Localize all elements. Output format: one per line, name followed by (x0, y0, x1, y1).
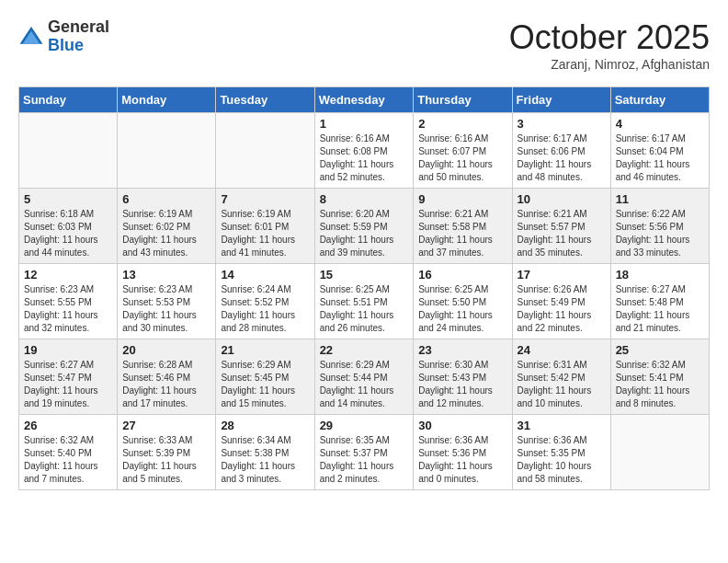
location: Zaranj, Nimroz, Afghanistan (509, 57, 710, 72)
day-number: 31 (518, 419, 606, 432)
day-number: 8 (320, 192, 409, 206)
calendar-cell: 23Sunrise: 6:30 AMSunset: 5:43 PMDayligh… (414, 339, 512, 415)
cell-info: Sunrise: 6:36 AMSunset: 5:35 PMDaylight:… (518, 434, 606, 486)
column-header-wednesday: Wednesday (314, 87, 414, 113)
calendar-cell: 10Sunrise: 6:21 AMSunset: 5:57 PMDayligh… (512, 189, 610, 264)
day-number: 18 (616, 268, 704, 282)
logo-text: General Blue (48, 18, 109, 55)
calendar-cell: 1Sunrise: 6:16 AMSunset: 6:08 PMDaylight… (314, 113, 414, 189)
column-header-saturday: Saturday (610, 87, 709, 113)
calendar-cell: 26Sunrise: 6:32 AMSunset: 5:40 PMDayligh… (19, 415, 118, 490)
cell-info: Sunrise: 6:17 AMSunset: 6:06 PMDaylight:… (518, 132, 606, 184)
calendar-cell: 15Sunrise: 6:25 AMSunset: 5:51 PMDayligh… (314, 264, 414, 339)
calendar-cell: 2Sunrise: 6:16 AMSunset: 6:07 PMDaylight… (414, 113, 512, 189)
column-header-sunday: Sunday (19, 87, 118, 113)
cell-info: Sunrise: 6:32 AMSunset: 5:41 PMDaylight:… (616, 359, 704, 410)
day-number: 1 (320, 117, 409, 131)
day-number: 29 (320, 419, 409, 432)
calendar-cell: 16Sunrise: 6:25 AMSunset: 5:50 PMDayligh… (414, 264, 512, 339)
logo-general: General (48, 18, 109, 37)
cell-info: Sunrise: 6:23 AMSunset: 5:53 PMDaylight:… (122, 283, 210, 335)
calendar-cell: 8Sunrise: 6:20 AMSunset: 5:59 PMDaylight… (314, 189, 414, 264)
cell-info: Sunrise: 6:19 AMSunset: 6:02 PMDaylight:… (122, 208, 210, 259)
cell-info: Sunrise: 6:31 AMSunset: 5:42 PMDaylight:… (518, 359, 606, 410)
day-number: 17 (518, 268, 606, 282)
cell-info: Sunrise: 6:21 AMSunset: 5:57 PMDaylight:… (518, 208, 606, 259)
cell-info: Sunrise: 6:27 AMSunset: 5:47 PMDaylight:… (24, 359, 112, 410)
day-number: 23 (418, 343, 506, 357)
title-block: October 2025 Zaranj, Nimroz, Afghanistan (509, 18, 710, 72)
calendar-cell: 25Sunrise: 6:32 AMSunset: 5:41 PMDayligh… (610, 339, 709, 415)
day-number: 25 (616, 343, 704, 357)
calendar-cell: 11Sunrise: 6:22 AMSunset: 5:56 PMDayligh… (610, 189, 709, 264)
calendar-cell: 7Sunrise: 6:19 AMSunset: 6:01 PMDaylight… (216, 189, 314, 264)
cell-info: Sunrise: 6:33 AMSunset: 5:39 PMDaylight:… (122, 434, 210, 486)
calendar-cell: 13Sunrise: 6:23 AMSunset: 5:53 PMDayligh… (118, 264, 216, 339)
cell-info: Sunrise: 6:29 AMSunset: 5:45 PMDaylight:… (221, 359, 309, 410)
calendar-cell: 30Sunrise: 6:36 AMSunset: 5:36 PMDayligh… (414, 415, 512, 490)
cell-info: Sunrise: 6:17 AMSunset: 6:04 PMDaylight:… (616, 132, 704, 184)
day-number: 9 (418, 192, 506, 206)
calendar-cell: 9Sunrise: 6:21 AMSunset: 5:58 PMDaylight… (414, 189, 512, 264)
day-number: 28 (221, 419, 309, 432)
day-number: 6 (122, 192, 210, 206)
cell-info: Sunrise: 6:25 AMSunset: 5:50 PMDaylight:… (418, 283, 506, 335)
day-number: 21 (221, 343, 309, 357)
cell-info: Sunrise: 6:28 AMSunset: 5:46 PMDaylight:… (122, 359, 210, 410)
calendar-cell: 31Sunrise: 6:36 AMSunset: 5:35 PMDayligh… (512, 415, 610, 490)
day-number: 30 (418, 419, 506, 432)
calendar-cell (118, 113, 216, 189)
calendar-header-row: SundayMondayTuesdayWednesdayThursdayFrid… (19, 87, 710, 113)
month-title: October 2025 (509, 18, 710, 57)
cell-info: Sunrise: 6:20 AMSunset: 5:59 PMDaylight:… (320, 208, 409, 259)
calendar-cell: 6Sunrise: 6:19 AMSunset: 6:02 PMDaylight… (118, 189, 216, 264)
day-number: 11 (616, 192, 704, 206)
calendar-cell: 21Sunrise: 6:29 AMSunset: 5:45 PMDayligh… (216, 339, 314, 415)
day-number: 2 (418, 117, 506, 131)
calendar-cell (216, 113, 314, 189)
calendar-cell: 3Sunrise: 6:17 AMSunset: 6:06 PMDaylight… (512, 113, 610, 189)
day-number: 19 (24, 343, 112, 357)
calendar-cell: 18Sunrise: 6:27 AMSunset: 5:48 PMDayligh… (610, 264, 709, 339)
calendar-week-row: 12Sunrise: 6:23 AMSunset: 5:55 PMDayligh… (19, 264, 710, 339)
day-number: 3 (518, 117, 606, 131)
day-number: 14 (221, 268, 309, 282)
cell-info: Sunrise: 6:32 AMSunset: 5:40 PMDaylight:… (24, 434, 112, 486)
day-number: 4 (616, 117, 704, 131)
cell-info: Sunrise: 6:35 AMSunset: 5:37 PMDaylight:… (320, 434, 409, 486)
logo-icon (18, 24, 44, 50)
cell-info: Sunrise: 6:25 AMSunset: 5:51 PMDaylight:… (320, 283, 409, 335)
calendar-cell: 27Sunrise: 6:33 AMSunset: 5:39 PMDayligh… (118, 415, 216, 490)
cell-info: Sunrise: 6:22 AMSunset: 5:56 PMDaylight:… (616, 208, 704, 259)
calendar-cell: 20Sunrise: 6:28 AMSunset: 5:46 PMDayligh… (118, 339, 216, 415)
cell-info: Sunrise: 6:29 AMSunset: 5:44 PMDaylight:… (320, 359, 409, 410)
cell-info: Sunrise: 6:23 AMSunset: 5:55 PMDaylight:… (24, 283, 112, 335)
day-number: 26 (24, 419, 112, 432)
calendar-cell (610, 415, 709, 490)
day-number: 27 (122, 419, 210, 432)
cell-info: Sunrise: 6:36 AMSunset: 5:36 PMDaylight:… (418, 434, 506, 486)
logo: General Blue (18, 18, 109, 55)
day-number: 16 (418, 268, 506, 282)
cell-info: Sunrise: 6:16 AMSunset: 6:08 PMDaylight:… (320, 132, 409, 184)
cell-info: Sunrise: 6:19 AMSunset: 6:01 PMDaylight:… (221, 208, 309, 259)
day-number: 7 (221, 192, 309, 206)
column-header-tuesday: Tuesday (216, 87, 314, 113)
calendar-cell: 12Sunrise: 6:23 AMSunset: 5:55 PMDayligh… (19, 264, 118, 339)
calendar-cell: 4Sunrise: 6:17 AMSunset: 6:04 PMDaylight… (610, 113, 709, 189)
calendar-cell: 5Sunrise: 6:18 AMSunset: 6:03 PMDaylight… (19, 189, 118, 264)
calendar-cell: 24Sunrise: 6:31 AMSunset: 5:42 PMDayligh… (512, 339, 610, 415)
day-number: 15 (320, 268, 409, 282)
column-header-friday: Friday (512, 87, 610, 113)
calendar-cell: 29Sunrise: 6:35 AMSunset: 5:37 PMDayligh… (314, 415, 414, 490)
column-header-monday: Monday (118, 87, 216, 113)
calendar-cell: 14Sunrise: 6:24 AMSunset: 5:52 PMDayligh… (216, 264, 314, 339)
calendar-cell: 22Sunrise: 6:29 AMSunset: 5:44 PMDayligh… (314, 339, 414, 415)
calendar-cell: 17Sunrise: 6:26 AMSunset: 5:49 PMDayligh… (512, 264, 610, 339)
calendar-week-row: 26Sunrise: 6:32 AMSunset: 5:40 PMDayligh… (19, 415, 710, 490)
day-number: 22 (320, 343, 409, 357)
cell-info: Sunrise: 6:26 AMSunset: 5:49 PMDaylight:… (518, 283, 606, 335)
cell-info: Sunrise: 6:18 AMSunset: 6:03 PMDaylight:… (24, 208, 112, 259)
calendar-week-row: 19Sunrise: 6:27 AMSunset: 5:47 PMDayligh… (19, 339, 710, 415)
day-number: 12 (24, 268, 112, 282)
